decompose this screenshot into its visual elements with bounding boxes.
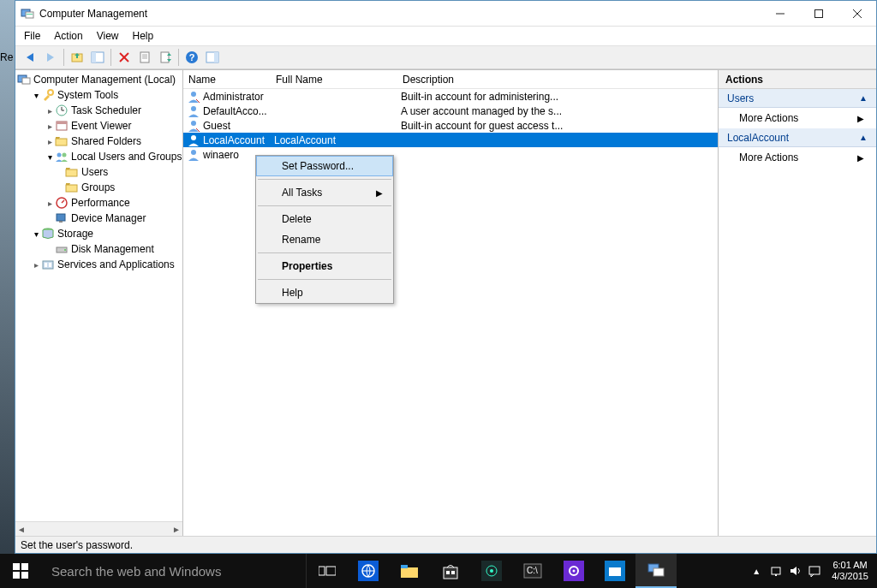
chevron-down-icon[interactable]: ▾ [31, 91, 41, 100]
list-row[interactable]: Administrator Built-in account for admin… [183, 89, 718, 104]
status-text: Set the user's password. [21, 539, 133, 551]
tree-task-scheduler[interactable]: ▸ Task Scheduler [15, 103, 182, 118]
collapse-up-icon[interactable]: ▲ [859, 93, 868, 103]
context-properties[interactable]: Properties [256, 256, 393, 276]
back-button[interactable] [21, 47, 39, 68]
up-button[interactable] [68, 47, 87, 68]
context-help[interactable]: Help [256, 282, 393, 303]
horizontal-scrollbar[interactable]: ◄► [15, 521, 182, 536]
window-title: Computer Management [39, 8, 147, 20]
context-delete[interactable]: Delete [256, 209, 393, 229]
tree-users[interactable]: Users [15, 164, 182, 180]
action-more-actions-selected[interactable]: More Actions ▶ [719, 147, 876, 168]
tray-notifications-icon[interactable] [808, 564, 821, 578]
tree-groups[interactable]: Groups [15, 180, 182, 195]
list-row[interactable]: Guest Built-in account for guest access … [183, 118, 718, 133]
app-icon [21, 7, 34, 21]
tree-shared-folders[interactable]: ▸ Shared Folders [15, 134, 182, 149]
export-button[interactable] [156, 47, 175, 68]
svg-point-40 [64, 249, 66, 251]
navigation-tree-pane: Computer Management (Local) ▾ System Too… [15, 70, 183, 536]
navigation-tree[interactable]: Computer Management (Local) ▾ System Too… [15, 70, 182, 521]
delete-button[interactable] [115, 47, 134, 68]
column-description[interactable]: Description [397, 74, 718, 86]
svg-rect-12 [140, 52, 149, 62]
show-hide-action-pane-button[interactable] [203, 47, 222, 68]
collapse-up-icon[interactable]: ▲ [859, 133, 868, 142]
start-button[interactable] [0, 554, 41, 588]
svg-rect-75 [772, 567, 780, 574]
svg-point-23 [48, 90, 53, 95]
folder-icon [65, 165, 79, 179]
menubar: File Action View Help [15, 27, 876, 45]
properties-button[interactable] [135, 47, 154, 68]
menu-separator [258, 205, 391, 206]
tree-device-manager[interactable]: Device Manager [15, 211, 182, 226]
tree-event-viewer[interactable]: ▸ Event Viewer [15, 118, 182, 134]
svg-rect-51 [13, 572, 20, 579]
context-all-tasks[interactable]: All Tasks ▶ [256, 182, 393, 203]
svg-point-65 [490, 569, 493, 573]
chevron-right-icon[interactable]: ▸ [45, 122, 55, 131]
show-hide-tree-button[interactable] [88, 47, 107, 68]
column-name[interactable]: Name [183, 74, 271, 86]
tray-clock[interactable]: 6:01 AM 4/3/2015 [826, 560, 874, 582]
taskbar-edge-icon[interactable] [348, 554, 389, 588]
list-row[interactable]: DefaultAcco... A user account managed by… [183, 104, 718, 118]
tree-disk-management[interactable]: Disk Management [15, 241, 182, 257]
tray-overflow-button[interactable]: ▲ [748, 567, 765, 576]
context-rename[interactable]: Rename [256, 229, 393, 250]
section-label: Users [727, 92, 754, 104]
taskbar-app1-icon[interactable] [471, 554, 512, 588]
titlebar[interactable]: Computer Management [15, 1, 876, 27]
tray-network-icon[interactable] [770, 564, 784, 578]
chevron-right-icon[interactable]: ▸ [45, 137, 55, 146]
tree-performance[interactable]: ▸ Performance [15, 195, 182, 211]
taskbar-settings-icon[interactable] [553, 554, 594, 588]
svg-rect-16 [161, 52, 169, 62]
chevron-right-icon[interactable]: ▸ [31, 260, 41, 270]
list-header[interactable]: Name Full Name Description [183, 70, 718, 89]
context-set-password[interactable]: Set Password... [256, 156, 393, 176]
column-full-name[interactable]: Full Name [271, 74, 397, 86]
tree-storage[interactable]: ▾ Storage [15, 226, 182, 241]
menu-help[interactable]: Help [133, 30, 154, 42]
svg-rect-43 [49, 263, 51, 267]
tree-label: Shared Folders [71, 135, 141, 147]
maximize-button[interactable] [799, 1, 838, 27]
tree-root[interactable]: Computer Management (Local) [15, 72, 182, 87]
taskbar-search[interactable]: Search the web and Windows [41, 554, 307, 588]
action-more-actions-users[interactable]: More Actions ▶ [719, 108, 876, 128]
taskview-button[interactable] [307, 554, 348, 588]
taskbar-store-icon[interactable] [430, 554, 471, 588]
chevron-down-icon[interactable]: ▾ [45, 152, 55, 162]
chevron-right-icon[interactable]: ▸ [45, 199, 55, 208]
menu-separator [258, 279, 391, 280]
tree-services-applications[interactable]: ▸ Services and Applications [15, 257, 182, 272]
tree-system-tools[interactable]: ▾ System Tools [15, 87, 182, 103]
tree-local-users-groups[interactable]: ▾ Local Users and Groups [15, 149, 182, 164]
menu-action[interactable]: Action [54, 30, 82, 42]
actions-section-selected[interactable]: LocalAccount ▲ [719, 128, 876, 147]
forward-button[interactable] [41, 47, 60, 68]
tree-label: Groups [81, 181, 115, 193]
taskbar-compmgmt-icon[interactable] [635, 554, 677, 588]
taskbar-explorer-icon[interactable] [389, 554, 430, 588]
actions-section-users[interactable]: Users ▲ [719, 89, 876, 108]
desktop-text-fragment: Re [0, 51, 13, 63]
minimize-button[interactable] [761, 1, 799, 27]
svg-point-48 [191, 150, 196, 155]
close-button[interactable] [838, 1, 876, 27]
toolbar: ? [15, 45, 876, 69]
menu-file[interactable]: File [24, 30, 40, 42]
help-button[interactable]: ? [182, 47, 201, 68]
cell: Guest [203, 120, 230, 132]
list-row-selected[interactable]: LocalAccount LocalAccount [183, 133, 718, 147]
tray-volume-icon[interactable] [789, 564, 802, 578]
shared-folder-icon [55, 134, 69, 148]
chevron-right-icon[interactable]: ▸ [45, 106, 55, 116]
chevron-down-icon[interactable]: ▾ [31, 229, 41, 239]
taskbar-app2-icon[interactable] [594, 554, 635, 588]
taskbar-terminal-icon[interactable]: C:\ [512, 554, 553, 588]
menu-view[interactable]: View [97, 30, 119, 42]
